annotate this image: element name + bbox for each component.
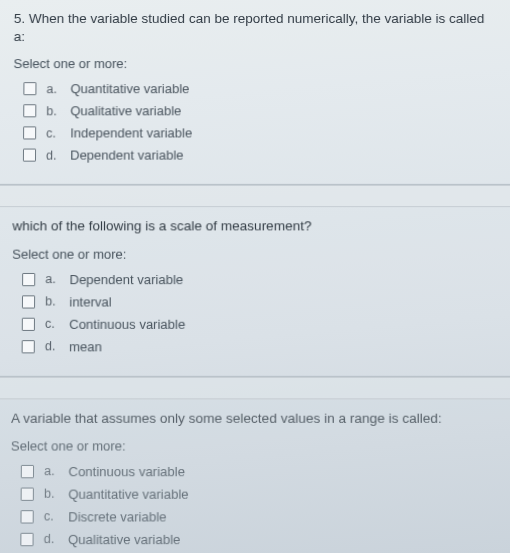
- option-text: Continuous variable: [68, 464, 185, 479]
- option-row: b. interval: [22, 294, 498, 309]
- option-text: Dependent variable: [70, 148, 183, 163]
- option-letter: d.: [45, 339, 59, 353]
- question-stem: which of the following is a scale of mea…: [12, 218, 497, 236]
- question-text: which of the following is a scale of mea…: [12, 219, 311, 234]
- options-list: a. Continuous variable b. Quantitative v…: [20, 464, 500, 547]
- option-text: interval: [69, 294, 111, 309]
- option-text: Qualitative variable: [70, 104, 181, 119]
- option-row: c. Continuous variable: [22, 316, 499, 331]
- quiz-page: 5. When the variable studied can be repo…: [0, 0, 510, 553]
- option-text: Discrete variable: [68, 509, 166, 524]
- option-text: Quantitative variable: [68, 486, 188, 501]
- option-letter: d.: [46, 148, 60, 162]
- separator: [0, 377, 510, 399]
- option-letter: a.: [45, 272, 59, 286]
- option-text: mean: [69, 339, 102, 354]
- option-row: a. Continuous variable: [21, 464, 500, 479]
- instruction-text: Select one or more:: [12, 246, 498, 261]
- option-letter: d.: [44, 532, 58, 546]
- question-text: A variable that assumes only some select…: [11, 410, 442, 425]
- checkbox[interactable]: [23, 149, 36, 162]
- option-row: c. Discrete variable: [20, 509, 499, 524]
- option-row: a. Dependent variable: [22, 272, 498, 287]
- question-text: When the variable studied can be reporte…: [14, 11, 485, 44]
- instruction-text: Select one or more:: [13, 56, 496, 71]
- question-number: 5.: [14, 11, 25, 26]
- option-row: b. Quantitative variable: [21, 486, 500, 501]
- option-letter: a.: [46, 82, 60, 96]
- separator: [0, 185, 510, 207]
- checkbox[interactable]: [21, 487, 34, 500]
- checkbox[interactable]: [20, 510, 33, 523]
- checkbox[interactable]: [22, 317, 35, 330]
- option-letter: c.: [45, 317, 59, 331]
- option-letter: a.: [44, 464, 58, 478]
- option-letter: c.: [46, 126, 60, 140]
- options-list: a. Dependent variable b. interval c. Con…: [22, 272, 499, 354]
- checkbox[interactable]: [22, 273, 35, 286]
- question-block: which of the following is a scale of mea…: [0, 208, 510, 377]
- option-text: Dependent variable: [69, 272, 183, 287]
- checkbox[interactable]: [22, 295, 35, 308]
- option-row: d. mean: [22, 339, 499, 354]
- question-block: A variable that assumes only some select…: [0, 399, 510, 553]
- option-letter: c.: [44, 510, 58, 524]
- option-letter: b.: [44, 487, 58, 501]
- instruction-text: Select one or more:: [11, 438, 499, 453]
- checkbox[interactable]: [22, 340, 35, 353]
- checkbox[interactable]: [20, 533, 33, 546]
- checkbox[interactable]: [23, 127, 36, 140]
- option-row: d. Dependent variable: [23, 148, 497, 163]
- option-text: Continuous variable: [69, 316, 185, 331]
- question-stem: A variable that assumes only some select…: [11, 409, 499, 428]
- checkbox[interactable]: [21, 465, 34, 478]
- question-stem: 5. When the variable studied can be repo…: [14, 10, 497, 46]
- option-letter: b.: [45, 294, 59, 308]
- option-text: Quantitative variable: [70, 82, 189, 97]
- option-row: d. Qualitative variable: [20, 532, 500, 547]
- option-row: a. Quantitative variable: [23, 82, 496, 97]
- option-row: c. Independent variable: [23, 126, 497, 141]
- question-block: 5. When the variable studied can be repo…: [0, 0, 510, 185]
- option-row: b. Qualitative variable: [23, 104, 497, 119]
- option-text: Qualitative variable: [68, 532, 180, 547]
- option-letter: b.: [46, 104, 60, 118]
- checkbox[interactable]: [23, 105, 36, 118]
- options-list: a. Quantitative variable b. Qualitative …: [23, 82, 497, 164]
- option-text: Independent variable: [70, 126, 192, 141]
- checkbox[interactable]: [23, 83, 36, 96]
